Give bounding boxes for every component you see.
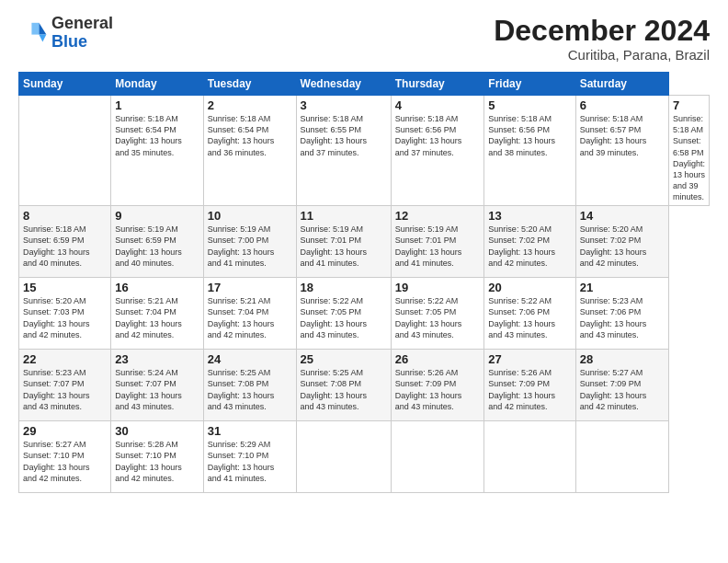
day-number: 16 bbox=[115, 281, 199, 294]
day-number: 21 bbox=[580, 281, 665, 294]
table-cell: 28Sunrise: 5:27 AM Sunset: 7:09 PM Dayli… bbox=[575, 350, 668, 421]
week-row-5: 29Sunrise: 5:27 AM Sunset: 7:10 PM Dayli… bbox=[19, 421, 710, 493]
day-info: Sunrise: 5:27 AM Sunset: 7:10 PM Dayligh… bbox=[23, 439, 107, 484]
day-info: Sunrise: 5:19 AM Sunset: 7:00 PM Dayligh… bbox=[208, 224, 292, 269]
day-info: Sunrise: 5:25 AM Sunset: 7:08 PM Dayligh… bbox=[301, 367, 387, 412]
day-number: 19 bbox=[395, 281, 481, 294]
day-number: 18 bbox=[301, 281, 387, 294]
day-info: Sunrise: 5:19 AM Sunset: 7:01 PM Dayligh… bbox=[301, 224, 387, 269]
day-number: 15 bbox=[23, 281, 107, 294]
table-cell: 13Sunrise: 5:20 AM Sunset: 7:02 PM Dayli… bbox=[484, 206, 575, 278]
day-number: 17 bbox=[208, 281, 292, 294]
col-tuesday: Tuesday bbox=[203, 73, 296, 96]
table-cell: 22Sunrise: 5:23 AM Sunset: 7:07 PM Dayli… bbox=[19, 350, 111, 421]
day-info: Sunrise: 5:20 AM Sunset: 7:03 PM Dayligh… bbox=[23, 295, 107, 340]
day-number: 28 bbox=[580, 352, 665, 366]
table-cell: 18Sunrise: 5:22 AM Sunset: 7:05 PM Dayli… bbox=[296, 278, 391, 350]
table-cell bbox=[575, 421, 668, 493]
table-cell: 4Sunrise: 5:18 AM Sunset: 6:56 PM Daylig… bbox=[391, 96, 484, 206]
day-info: Sunrise: 5:22 AM Sunset: 7:05 PM Dayligh… bbox=[301, 295, 387, 340]
day-number: 29 bbox=[23, 424, 107, 438]
table-cell: 17Sunrise: 5:21 AM Sunset: 7:04 PM Dayli… bbox=[203, 278, 296, 350]
day-number: 2 bbox=[208, 98, 292, 112]
col-friday: Friday bbox=[484, 73, 575, 96]
day-number: 27 bbox=[488, 352, 571, 366]
day-info: Sunrise: 5:18 AM Sunset: 6:54 PM Dayligh… bbox=[208, 113, 292, 158]
day-info: Sunrise: 5:18 AM Sunset: 6:54 PM Dayligh… bbox=[115, 113, 199, 158]
day-info: Sunrise: 5:26 AM Sunset: 7:09 PM Dayligh… bbox=[488, 367, 571, 412]
table-cell: 1Sunrise: 5:18 AM Sunset: 6:54 PM Daylig… bbox=[111, 96, 204, 206]
day-info: Sunrise: 5:27 AM Sunset: 7:09 PM Dayligh… bbox=[580, 367, 665, 412]
table-cell: 14Sunrise: 5:20 AM Sunset: 7:02 PM Dayli… bbox=[575, 206, 668, 278]
day-number: 7 bbox=[673, 98, 705, 112]
week-row-1: 1Sunrise: 5:18 AM Sunset: 6:54 PM Daylig… bbox=[19, 96, 710, 206]
col-wednesday: Wednesday bbox=[296, 73, 391, 96]
table-cell: 20Sunrise: 5:22 AM Sunset: 7:06 PM Dayli… bbox=[484, 278, 575, 350]
table-cell: 6Sunrise: 5:18 AM Sunset: 6:57 PM Daylig… bbox=[575, 96, 668, 206]
day-number: 20 bbox=[488, 281, 571, 294]
day-info: Sunrise: 5:23 AM Sunset: 7:06 PM Dayligh… bbox=[580, 295, 665, 340]
week-row-4: 22Sunrise: 5:23 AM Sunset: 7:07 PM Dayli… bbox=[19, 350, 710, 421]
day-number: 26 bbox=[395, 352, 481, 366]
day-info: Sunrise: 5:19 AM Sunset: 7:01 PM Dayligh… bbox=[395, 224, 481, 269]
day-number: 30 bbox=[115, 424, 199, 438]
svg-marker-2 bbox=[31, 23, 39, 35]
day-info: Sunrise: 5:22 AM Sunset: 7:05 PM Dayligh… bbox=[395, 295, 481, 340]
table-cell: 26Sunrise: 5:26 AM Sunset: 7:09 PM Dayli… bbox=[391, 350, 484, 421]
day-info: Sunrise: 5:22 AM Sunset: 7:06 PM Dayligh… bbox=[488, 295, 571, 340]
table-cell bbox=[391, 421, 484, 493]
day-number: 10 bbox=[208, 209, 292, 223]
day-info: Sunrise: 5:18 AM Sunset: 6:55 PM Dayligh… bbox=[301, 113, 387, 158]
col-sunday: Sunday bbox=[19, 73, 111, 96]
day-info: Sunrise: 5:26 AM Sunset: 7:09 PM Dayligh… bbox=[395, 367, 481, 412]
table-cell: 25Sunrise: 5:25 AM Sunset: 7:08 PM Dayli… bbox=[296, 350, 391, 421]
day-number: 6 bbox=[580, 98, 665, 112]
day-info: Sunrise: 5:21 AM Sunset: 7:04 PM Dayligh… bbox=[208, 295, 292, 340]
day-number: 9 bbox=[115, 209, 199, 223]
table-cell: 30Sunrise: 5:28 AM Sunset: 7:10 PM Dayli… bbox=[111, 421, 204, 493]
table-cell: 29Sunrise: 5:27 AM Sunset: 7:10 PM Dayli… bbox=[19, 421, 111, 493]
day-info: Sunrise: 5:20 AM Sunset: 7:02 PM Dayligh… bbox=[488, 224, 571, 269]
day-number: 23 bbox=[115, 352, 199, 366]
logo-text: General Blue bbox=[51, 15, 113, 52]
table-cell: 3Sunrise: 5:18 AM Sunset: 6:55 PM Daylig… bbox=[296, 96, 391, 206]
table-cell: 16Sunrise: 5:21 AM Sunset: 7:04 PM Dayli… bbox=[111, 278, 204, 350]
day-number: 24 bbox=[208, 352, 292, 366]
table-cell: 7Sunrise: 5:18 AM Sunset: 6:58 PM Daylig… bbox=[668, 96, 709, 206]
month-title: December 2024 bbox=[494, 15, 710, 47]
day-number: 8 bbox=[23, 209, 107, 223]
table-cell: 24Sunrise: 5:25 AM Sunset: 7:08 PM Dayli… bbox=[203, 350, 296, 421]
table-cell: 10Sunrise: 5:19 AM Sunset: 7:00 PM Dayli… bbox=[203, 206, 296, 278]
day-info: Sunrise: 5:18 AM Sunset: 6:58 PM Dayligh… bbox=[673, 113, 705, 202]
table-cell bbox=[484, 421, 575, 493]
day-number: 11 bbox=[301, 209, 387, 223]
logo-icon bbox=[18, 18, 48, 48]
logo: General Blue bbox=[18, 15, 113, 52]
table-cell bbox=[296, 421, 391, 493]
day-info: Sunrise: 5:20 AM Sunset: 7:02 PM Dayligh… bbox=[580, 224, 665, 269]
day-number: 3 bbox=[301, 98, 387, 112]
day-number: 12 bbox=[395, 209, 481, 223]
day-info: Sunrise: 5:18 AM Sunset: 6:59 PM Dayligh… bbox=[23, 224, 107, 269]
day-info: Sunrise: 5:18 AM Sunset: 6:56 PM Dayligh… bbox=[395, 113, 481, 158]
table-cell bbox=[19, 96, 111, 206]
table-cell: 19Sunrise: 5:22 AM Sunset: 7:05 PM Dayli… bbox=[391, 278, 484, 350]
day-info: Sunrise: 5:23 AM Sunset: 7:07 PM Dayligh… bbox=[23, 367, 107, 412]
day-info: Sunrise: 5:28 AM Sunset: 7:10 PM Dayligh… bbox=[115, 439, 199, 484]
table-cell: 9Sunrise: 5:19 AM Sunset: 6:59 PM Daylig… bbox=[111, 206, 204, 278]
title-block: December 2024 Curitiba, Parana, Brazil bbox=[494, 15, 710, 63]
day-info: Sunrise: 5:25 AM Sunset: 7:08 PM Dayligh… bbox=[208, 367, 292, 412]
col-thursday: Thursday bbox=[391, 73, 484, 96]
table-cell: 23Sunrise: 5:24 AM Sunset: 7:07 PM Dayli… bbox=[111, 350, 204, 421]
day-info: Sunrise: 5:21 AM Sunset: 7:04 PM Dayligh… bbox=[115, 295, 199, 340]
table-cell: 12Sunrise: 5:19 AM Sunset: 7:01 PM Dayli… bbox=[391, 206, 484, 278]
table-cell: 31Sunrise: 5:29 AM Sunset: 7:10 PM Dayli… bbox=[203, 421, 296, 493]
day-number: 5 bbox=[488, 98, 571, 112]
header: General Blue December 2024 Curitiba, Par… bbox=[18, 15, 710, 63]
day-number: 14 bbox=[580, 209, 665, 223]
svg-marker-0 bbox=[39, 23, 46, 35]
day-info: Sunrise: 5:18 AM Sunset: 6:56 PM Dayligh… bbox=[488, 113, 571, 158]
header-row: Sunday Monday Tuesday Wednesday Thursday… bbox=[19, 73, 710, 96]
day-number: 1 bbox=[115, 98, 199, 112]
day-number: 25 bbox=[301, 352, 387, 366]
